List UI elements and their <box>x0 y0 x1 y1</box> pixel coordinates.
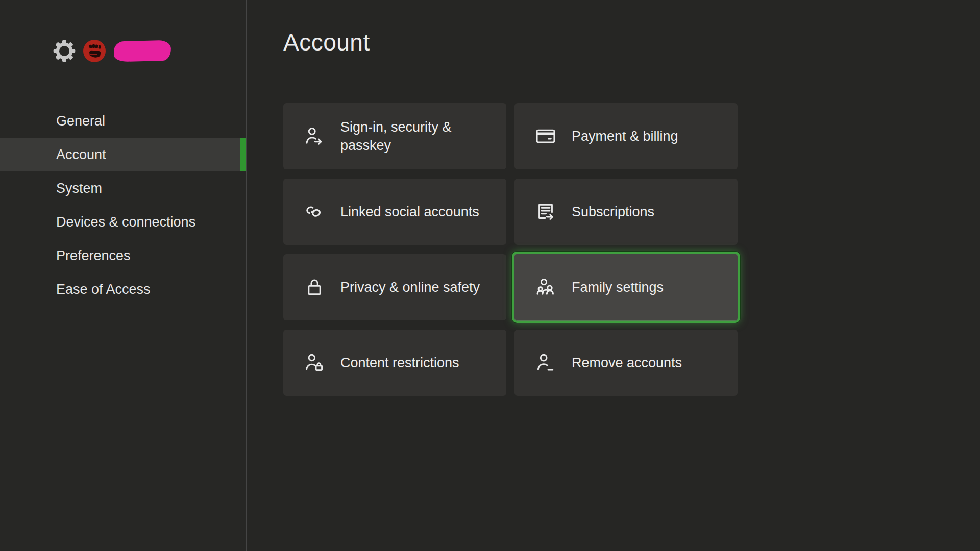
sidebar-item-label: Account <box>56 147 106 163</box>
tile-label: Privacy & online safety <box>340 278 480 296</box>
tile-label: Payment & billing <box>572 127 678 145</box>
person-arrow-icon <box>303 124 326 148</box>
tile-label: Remove accounts <box>572 354 682 372</box>
sidebar-item-label: System <box>56 181 102 196</box>
tile-label: Linked social accounts <box>340 203 479 221</box>
tile-payment-billing[interactable]: Payment & billing <box>514 103 738 169</box>
page-title: Account <box>283 29 370 56</box>
sidebar-item-devices-connections[interactable]: Devices & connections <box>0 205 246 239</box>
credit-card-icon <box>534 124 557 148</box>
settings-tile-grid: Sign-in, security & passkey Payment & bi… <box>283 103 738 396</box>
settings-sidebar: General Account System Devices & connect… <box>0 0 246 551</box>
tile-signin-security-passkey[interactable]: Sign-in, security & passkey <box>283 103 506 169</box>
sidebar-item-preferences[interactable]: Preferences <box>0 239 246 272</box>
sidebar-item-ease-of-access[interactable]: Ease of Access <box>0 272 246 306</box>
tile-remove-accounts[interactable]: Remove accounts <box>514 330 738 396</box>
sidebar-header <box>53 38 171 64</box>
selection-accent-bar <box>240 138 246 171</box>
family-people-icon <box>534 276 557 299</box>
tile-label: Family settings <box>572 278 664 296</box>
sidebar-item-account[interactable]: Account <box>0 138 246 171</box>
person-lock-icon <box>303 351 326 374</box>
padlock-icon <box>303 276 326 299</box>
document-arrow-icon <box>534 200 557 223</box>
tile-label: Sign-in, security & passkey <box>340 118 493 155</box>
person-minus-icon <box>534 351 557 374</box>
profile-avatar-fist-icon <box>83 40 106 62</box>
tile-content-restrictions[interactable]: Content restrictions <box>283 330 506 396</box>
sidebar-item-general[interactable]: General <box>0 104 246 138</box>
sidebar-item-label: Ease of Access <box>56 282 151 297</box>
sidebar-item-system[interactable]: System <box>0 171 246 205</box>
tile-label: Content restrictions <box>340 354 459 372</box>
account-settings-panel: Account Sign-in, security & passkey <box>247 0 980 551</box>
tile-subscriptions[interactable]: Subscriptions <box>514 179 738 245</box>
tile-label: Subscriptions <box>572 203 654 221</box>
chain-links-icon <box>303 200 326 223</box>
tile-family-settings[interactable]: Family settings <box>512 252 740 323</box>
sidebar-item-label: Preferences <box>56 248 131 264</box>
sidebar-nav: General Account System Devices & connect… <box>0 104 246 306</box>
sidebar-item-label: Devices & connections <box>56 214 195 230</box>
tile-privacy-online-safety[interactable]: Privacy & online safety <box>283 254 506 320</box>
settings-gear-icon <box>53 39 76 63</box>
xbox-settings-screen: General Account System Devices & connect… <box>0 0 980 551</box>
tile-linked-social-accounts[interactable]: Linked social accounts <box>283 179 506 245</box>
sidebar-item-label: General <box>56 113 105 129</box>
gamertag-redaction-scribble <box>113 40 171 62</box>
